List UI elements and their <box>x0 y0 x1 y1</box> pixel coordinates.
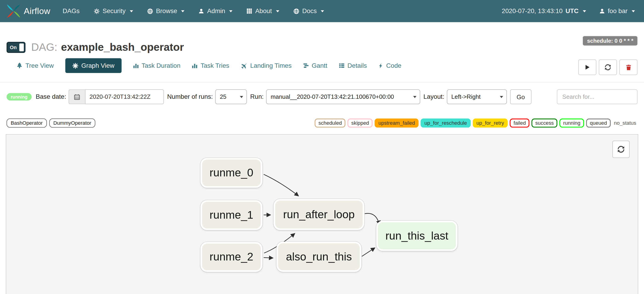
trigger-dag-button[interactable] <box>578 59 596 75</box>
bar-chart-icon <box>133 63 139 68</box>
nav-menu: DAGs Security Browse <box>62 7 324 15</box>
state-badge-success: success <box>532 119 558 128</box>
play-icon <box>584 64 590 70</box>
trash-icon <box>625 64 632 70</box>
clock-menu[interactable]: 2020-07-20, 13:43:10 UTC <box>502 7 586 15</box>
chevron-down-icon <box>130 10 133 12</box>
top-navbar: Airflow DAGs Security <box>0 0 644 22</box>
nav-item-docs[interactable]: Docs <box>293 7 324 15</box>
tab-task-tries[interactable]: Task Tries <box>192 62 229 69</box>
chevron-down-icon <box>582 10 586 12</box>
tab-gantt[interactable]: Gantt <box>303 62 327 69</box>
airflow-brand[interactable]: Airflow <box>7 4 50 18</box>
task-node-runme-0[interactable]: runme_0 <box>200 158 262 188</box>
state-badge-queued: queued <box>586 119 611 128</box>
tab-graph-view[interactable]: Graph View <box>65 58 122 73</box>
schedule-badge: schedule: 0 0 * * * <box>583 36 638 45</box>
task-node-run-this-last[interactable]: run_this_last <box>376 221 458 251</box>
nav-item-admin[interactable]: Admin <box>198 7 232 15</box>
num-runs-select[interactable]: 25 <box>215 89 247 104</box>
chevron-down-icon <box>413 96 416 98</box>
num-runs-label: Number of runs: <box>167 93 213 100</box>
nav-item-label: DAGs <box>62 7 80 15</box>
num-runs-value: 25 <box>220 94 226 100</box>
run-value: manual__2020-07-20T13:42:21.100670+00:00 <box>271 94 394 100</box>
base-date-label: Base date: <box>36 93 66 100</box>
go-button[interactable]: Go <box>510 89 531 104</box>
chevron-down-icon <box>500 96 503 98</box>
layout-select[interactable]: Left->Right <box>447 89 507 104</box>
delete-dag-button[interactable] <box>620 59 638 75</box>
state-badge-up-for-reschedule: up_for_reschedule <box>421 119 470 128</box>
tab-tree-view[interactable]: Tree View <box>16 62 54 69</box>
gear-icon <box>94 8 100 14</box>
graph-refresh-button[interactable] <box>612 141 630 158</box>
nav-item-label: Admin <box>207 7 225 15</box>
tab-label: Landing Times <box>250 62 292 69</box>
task-node-runme-1[interactable]: runme_1 <box>200 200 262 230</box>
task-node-run-after-loop[interactable]: run_after_loop <box>274 199 364 230</box>
graph-panel: runme_0 runme_1 runme_2 run_after_loop a… <box>6 134 638 294</box>
state-badge-up-for-retry: up_for_retry <box>473 119 508 128</box>
refresh-dag-button[interactable] <box>599 59 617 75</box>
nav-item-label: Browse <box>156 7 177 15</box>
nav-item-dags[interactable]: DAGs <box>62 7 80 15</box>
calendar-icon <box>74 94 80 100</box>
grid-icon <box>246 8 252 14</box>
run-select[interactable]: manual__2020-07-20T13:42:21.100670+00:00 <box>266 89 420 104</box>
bolt-icon <box>378 62 383 69</box>
tree-icon <box>16 62 22 69</box>
state-badge-skipped: skipped <box>348 119 372 128</box>
dag-name: example_bash_operator <box>61 41 184 54</box>
refresh-icon <box>617 146 625 153</box>
tab-label: Graph View <box>81 62 114 69</box>
tab-task-duration[interactable]: Task Duration <box>133 62 180 69</box>
operator-badge-bashoperator: BashOperator <box>7 119 47 128</box>
nav-item-about[interactable]: About <box>246 7 279 15</box>
dag-run-state-badge: running <box>7 93 32 100</box>
toggle-knob <box>19 43 24 51</box>
dag-pause-toggle[interactable]: On <box>7 42 26 53</box>
list-icon <box>339 63 344 68</box>
nav-item-label: Security <box>102 7 126 15</box>
calendar-button[interactable] <box>68 89 85 104</box>
dag-action-buttons <box>578 59 637 75</box>
operator-badge-dummyoperator: DummyOperator <box>49 119 96 128</box>
brand-name: Airflow <box>24 6 50 16</box>
tab-label: Details <box>348 62 367 69</box>
globe-icon <box>293 8 300 14</box>
nav-item-label: About <box>255 7 272 15</box>
chevron-down-icon <box>181 10 184 12</box>
tab-landing-times[interactable]: Landing Times <box>241 62 292 69</box>
task-node-also-run-this[interactable]: also_run_this <box>276 242 362 272</box>
task-node-runme-2[interactable]: runme_2 <box>200 242 262 272</box>
tab-code[interactable]: Code <box>378 62 401 69</box>
view-tabs: Tree View Graph View Task Duration Task … <box>16 57 637 74</box>
refresh-icon <box>605 64 611 71</box>
run-label: Run: <box>250 93 264 100</box>
state-badge-no-status: no_status <box>613 120 638 127</box>
tab-label: Gantt <box>312 62 327 69</box>
page-title: DAG: example_bash_operator <box>31 41 184 54</box>
toggle-label: On <box>7 45 16 50</box>
tab-details[interactable]: Details <box>339 62 367 69</box>
state-badge-running: running <box>560 119 584 128</box>
gantt-icon <box>303 63 309 68</box>
graph-icon <box>72 62 78 69</box>
username: foo bar <box>608 7 628 15</box>
user-icon <box>198 8 204 14</box>
tab-label: Task Duration <box>142 62 180 69</box>
base-date-input[interactable] <box>85 89 164 104</box>
navbar-right: 2020-07-20, 13:43:10 UTC foo bar <box>502 7 635 15</box>
globe-icon <box>147 8 153 14</box>
tab-label: Tree View <box>26 62 54 69</box>
layout-value: Left->Right <box>451 94 480 100</box>
state-legend: scheduled skipped upstream_failed up_for… <box>315 119 637 128</box>
state-badge-failed: failed <box>510 119 530 128</box>
nav-item-security[interactable]: Security <box>94 7 133 15</box>
divider <box>0 82 644 82</box>
user-menu[interactable]: foo bar <box>599 7 635 15</box>
search-input[interactable] <box>557 89 637 104</box>
state-badge-scheduled: scheduled <box>315 119 346 128</box>
nav-item-browse[interactable]: Browse <box>147 7 185 15</box>
